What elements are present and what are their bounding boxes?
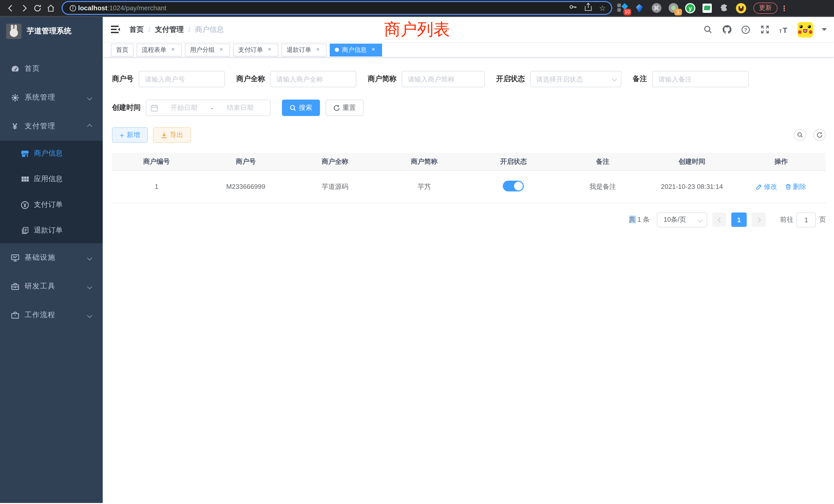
status-label: 开启状态 bbox=[496, 74, 525, 84]
tab-home[interactable]: 首页 bbox=[111, 43, 133, 56]
sidebar-item-refund-order[interactable]: 退款订单 bbox=[0, 217, 103, 243]
update-button[interactable]: 更新 bbox=[753, 2, 777, 14]
ext-chat-icon[interactable] bbox=[702, 3, 712, 13]
edit-pencil-icon bbox=[756, 183, 762, 190]
edit-link[interactable]: 修改 bbox=[756, 182, 777, 191]
sidebar-item-pay-order[interactable]: 支付订单 bbox=[0, 192, 103, 217]
sidebar-item-home[interactable]: 首页 bbox=[0, 54, 103, 83]
full-name-input[interactable] bbox=[270, 71, 356, 87]
create-time-range-picker[interactable]: 开始日期 - 结束日期 bbox=[146, 99, 271, 116]
browser-back-icon[interactable] bbox=[4, 1, 18, 15]
yen-icon: ¥ bbox=[10, 122, 20, 131]
browser-profile-avatar[interactable] bbox=[736, 3, 746, 13]
close-icon[interactable]: × bbox=[266, 46, 273, 53]
sidebar-item-devtools[interactable]: 研发工具 bbox=[0, 272, 103, 301]
gear-icon bbox=[10, 93, 20, 102]
site-info-icon[interactable] bbox=[68, 1, 78, 15]
user-avatar[interactable] bbox=[797, 22, 813, 37]
trash-icon bbox=[785, 183, 791, 190]
tab-pay-order[interactable]: 支付订单× bbox=[233, 43, 278, 56]
ext-y-icon[interactable]: y bbox=[685, 3, 695, 13]
tab-process-form[interactable]: 流程表单× bbox=[137, 43, 182, 56]
add-button[interactable]: + 新增 bbox=[112, 127, 148, 143]
remark-input[interactable] bbox=[652, 71, 749, 87]
close-icon[interactable]: × bbox=[314, 46, 322, 53]
browser-menu-icon[interactable]: ⋮ bbox=[781, 4, 788, 12]
delete-link[interactable]: 删除 bbox=[785, 182, 806, 191]
cell-create-time: 2021-10-23 08:31:14 bbox=[647, 170, 737, 203]
browser-forward-icon[interactable] bbox=[18, 1, 31, 15]
close-icon[interactable]: × bbox=[218, 46, 225, 53]
close-icon[interactable]: × bbox=[370, 46, 377, 53]
next-page-button[interactable] bbox=[752, 212, 766, 227]
col-merchant-no: 商户号 bbox=[201, 153, 291, 170]
yen-circle-icon bbox=[21, 201, 29, 209]
sidebar-item-label: 系统管理 bbox=[25, 93, 56, 102]
browser-reload-icon[interactable] bbox=[31, 1, 44, 15]
col-remark: 备注 bbox=[558, 153, 648, 170]
browser-home-icon[interactable] bbox=[44, 1, 58, 15]
breadcrumb-separator: / bbox=[148, 25, 151, 33]
bookmark-star-icon[interactable]: ☆ bbox=[599, 3, 606, 13]
status-toggle[interactable] bbox=[503, 180, 524, 191]
top-navbar: 首页 / 支付管理 / 商户信息 ? bbox=[103, 17, 834, 43]
ext-command-icon[interactable]: ⌘ bbox=[651, 3, 661, 13]
page-size-select[interactable]: 10条/页 bbox=[657, 212, 707, 227]
sidebar-logo[interactable]: 芋道管理系统 bbox=[0, 17, 103, 45]
collapse-sidebar-icon[interactable] bbox=[110, 24, 121, 35]
tab-user-group[interactable]: 用户分组× bbox=[185, 43, 230, 56]
tab-merchant-info[interactable]: 商户信息× bbox=[330, 43, 382, 56]
search-button[interactable]: 搜索 bbox=[282, 99, 320, 116]
help-icon[interactable]: ? bbox=[741, 24, 751, 35]
ext-blue-diamond-icon[interactable]: 10 bbox=[617, 3, 628, 13]
merchant-table: 商户编号 商户号 商户全称 商户简称 开启状态 备注 创建时间 操作 1 bbox=[112, 153, 826, 203]
chevron-down-icon bbox=[87, 255, 92, 260]
tab-refund-order[interactable]: 退款订单× bbox=[281, 43, 327, 56]
short-name-input[interactable] bbox=[401, 71, 485, 87]
col-merchant-id: 商户编号 bbox=[112, 153, 201, 170]
search-icon bbox=[797, 132, 803, 138]
col-create-time: 创建时间 bbox=[647, 153, 737, 170]
ext-pin-icon[interactable] bbox=[634, 3, 644, 13]
grid-icon bbox=[21, 175, 29, 183]
cell-merchant-no: M233666999 bbox=[201, 170, 291, 203]
copy-document-icon bbox=[21, 226, 29, 235]
app-title: 芋道管理系统 bbox=[27, 26, 71, 36]
reset-button[interactable]: 重置 bbox=[326, 99, 364, 116]
toggle-search-button[interactable] bbox=[794, 129, 806, 141]
extensions-puzzle-icon[interactable] bbox=[719, 3, 729, 13]
col-short-name: 商户简称 bbox=[380, 153, 469, 170]
address-bar[interactable]: localhost:1024/pay/merchant ☆ bbox=[62, 1, 612, 15]
fullscreen-icon[interactable] bbox=[760, 24, 770, 35]
current-page-button[interactable]: 1 bbox=[731, 212, 747, 227]
goto-page-input[interactable] bbox=[796, 212, 816, 227]
user-menu-caret-icon[interactable] bbox=[822, 28, 827, 33]
table-row: 1 M233666999 芋道源码 芋艿 我是备注 2021-10-23 08:… bbox=[112, 170, 826, 203]
password-key-icon[interactable] bbox=[568, 3, 577, 13]
share-icon[interactable] bbox=[584, 3, 592, 13]
sidebar-item-merchant-info[interactable]: 商户信息 bbox=[0, 141, 103, 166]
breadcrumb-home[interactable]: 首页 bbox=[129, 25, 144, 34]
svg-text:?: ? bbox=[744, 27, 747, 32]
sidebar-item-pay[interactable]: ¥ 支付管理 bbox=[0, 112, 103, 141]
close-icon[interactable]: × bbox=[170, 46, 177, 53]
merchant-no-input[interactable] bbox=[139, 71, 225, 87]
ext-recorder-icon[interactable]: 1 bbox=[668, 3, 678, 13]
sidebar-item-app-info[interactable]: 应用信息 bbox=[0, 166, 103, 192]
pagination: 共 1 条 10条/页 1 前往 页 bbox=[112, 212, 826, 227]
refresh-table-button[interactable] bbox=[813, 129, 826, 141]
export-button[interactable]: 导出 bbox=[153, 127, 191, 143]
sidebar-item-infra[interactable]: 基础设施 bbox=[0, 243, 103, 272]
chevron-down-icon bbox=[87, 284, 92, 289]
chevron-down-icon bbox=[87, 95, 92, 100]
font-size-icon[interactable]: TT bbox=[778, 24, 789, 35]
sidebar-item-label: 退款订单 bbox=[34, 226, 63, 235]
header-search-icon[interactable] bbox=[703, 24, 713, 35]
prev-page-button[interactable] bbox=[712, 212, 726, 227]
cell-remark: 我是备注 bbox=[558, 170, 648, 203]
github-icon[interactable] bbox=[722, 24, 732, 35]
sidebar-item-workflow[interactable]: 工作流程 bbox=[0, 301, 103, 329]
breadcrumb-pay[interactable]: 支付管理 bbox=[155, 25, 184, 34]
status-select[interactable] bbox=[530, 71, 621, 87]
sidebar-item-system[interactable]: 系统管理 bbox=[0, 83, 103, 112]
